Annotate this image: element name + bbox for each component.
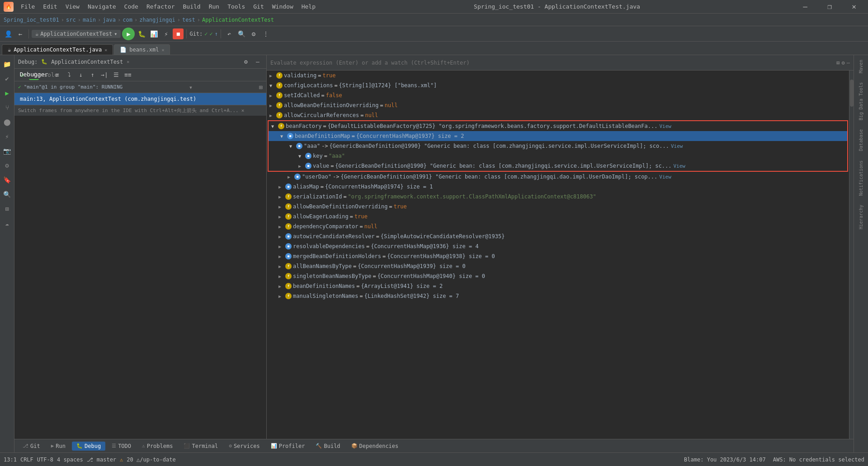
eval-settings-btn[interactable]: ⚙	[842, 60, 845, 66]
var-abdi-arrow[interactable]: ▶	[278, 204, 284, 209]
var-value-view[interactable]: View	[674, 163, 686, 169]
eval-input[interactable]	[270, 60, 835, 66]
more-button[interactable]: ⋮	[260, 28, 271, 39]
var-allbeannamesbytype[interactable]: ▶ f allBeanNamesByType = {ConcurrentHash…	[267, 261, 849, 271]
sidebar-aws-icon[interactable]: ☁	[1, 217, 14, 230]
rsb-database-label[interactable]: Database	[858, 127, 864, 154]
tab-close-beansxml[interactable]: ✕	[161, 47, 164, 52]
menu-refactor[interactable]: Refactor	[143, 2, 179, 11]
var-bdm-arrow[interactable]: ▼	[280, 134, 286, 139]
var-msn-arrow[interactable]: ▶	[278, 294, 284, 299]
run-button[interactable]: ▶	[122, 28, 135, 40]
bottom-tab-build[interactable]: 🔨 Build	[311, 442, 344, 451]
breadcrumb-src[interactable]: src	[66, 17, 76, 23]
var-value-arrow[interactable]: ▶	[298, 164, 304, 169]
debug-evaluate[interactable]: ☰	[111, 70, 121, 80]
eval-close-btn[interactable]: —	[847, 60, 850, 66]
var-ael-arrow[interactable]: ▶	[278, 214, 284, 219]
menu-navigate[interactable]: Navigate	[84, 2, 120, 11]
var-abnbt-arrow[interactable]: ▶	[278, 264, 284, 269]
debug-msg-close[interactable]: ✕	[241, 108, 245, 113]
search-button[interactable]: 🔍	[236, 28, 247, 39]
bottom-tab-todo[interactable]: ☰ TODO	[107, 442, 136, 451]
forward-button[interactable]: ←	[15, 28, 26, 39]
tab-applicationcontexttest[interactable]: ☕ ApplicationContextTest.java ✕	[2, 44, 113, 55]
breadcrumb-zhangjingqi[interactable]: zhangjingqi	[139, 17, 175, 23]
breadcrumb-active-file[interactable]: ApplicationContextTest	[202, 17, 274, 23]
var-serid-arrow[interactable]: ▶	[278, 194, 284, 199]
menu-run[interactable]: Run	[205, 2, 223, 11]
var-rd-arrow[interactable]: ▶	[278, 244, 284, 249]
profile-button[interactable]: ⚡	[160, 28, 171, 39]
menu-file[interactable]: File	[17, 2, 38, 11]
var-aaa-entry[interactable]: ▼ ■ "aaa" -> {GenericBeanDefinition@1990…	[269, 141, 847, 151]
debug-minimize-btn[interactable]: —	[253, 57, 263, 67]
git-push-icon[interactable]: ↑	[215, 31, 218, 37]
var-abd-arrow[interactable]: ▶	[269, 103, 275, 108]
var-bf-view[interactable]: View	[659, 123, 671, 129]
var-mbdh-arrow[interactable]: ▶	[278, 254, 284, 259]
sidebar-camera-icon[interactable]: 📷	[1, 145, 14, 157]
var-serializationid[interactable]: ▶ f serializationId = "org.springframewo…	[267, 192, 849, 202]
var-validating[interactable]: ▶ f validating = true	[267, 71, 849, 80]
rsb-notifications-label[interactable]: Notifications	[858, 158, 864, 198]
bottom-tab-debug[interactable]: 🐛 Debug	[72, 442, 105, 451]
sidebar-bookmarks-icon[interactable]: 🔖	[1, 174, 14, 186]
var-resolvabledeps[interactable]: ▶ ■ resolvableDependencies = {Concurrent…	[267, 241, 849, 251]
status-branch[interactable]: master	[97, 457, 116, 463]
var-aliasmap[interactable]: ▶ ■ aliasMap = {ConcurrentHashMap@1974} …	[267, 182, 849, 192]
bottom-tab-terminal[interactable]: ⬛ Terminal	[179, 442, 222, 451]
bottom-tab-git[interactable]: ⎇ Git	[18, 442, 45, 451]
breadcrumb-com[interactable]: com	[123, 17, 132, 23]
bottom-tab-profiler[interactable]: 📊 Profiler	[266, 442, 310, 451]
var-manualsingletonnames[interactable]: ▶ f manualSingletonNames = {LinkedHashSe…	[267, 291, 849, 301]
var-aaa-view[interactable]: View	[671, 143, 683, 149]
sidebar-search-icon[interactable]: 🔍	[1, 188, 14, 201]
debug-btn-bars[interactable]: ≡	[52, 70, 62, 80]
menu-build[interactable]: Build	[179, 2, 204, 11]
debug-tab-name[interactable]: ApplicationContextTest	[51, 59, 123, 65]
var-configlocations[interactable]: ▼ f configLocations = {String[1]@1724} […	[267, 80, 849, 90]
var-value-gbd[interactable]: ▶ ■ value = {GenericBeanDefinition@1990}…	[269, 161, 847, 171]
debug-step-into[interactable]: ↓	[76, 70, 86, 80]
var-key-arrow[interactable]: ▼	[298, 154, 304, 159]
var-allowcircularreferences[interactable]: ▶ f allowCircularReferences = null	[267, 110, 849, 120]
var-autowireresolver[interactable]: ▶ ■ autowireCandidateResolver = {SimpleA…	[267, 231, 849, 241]
debug-tab-console[interactable]: Console	[41, 70, 51, 80]
menu-window[interactable]: Window	[269, 2, 297, 11]
menu-edit[interactable]: Edit	[39, 2, 61, 11]
var-beandefinitionmap[interactable]: ▼ ■ beanDefinitionMap = {ConcurrentHashM…	[269, 131, 847, 141]
eval-expand-btn[interactable]: ⊞	[836, 60, 840, 66]
rsb-bigdata-label[interactable]: Big Data Tools	[858, 80, 864, 123]
minimize-button[interactable]: —	[795, 0, 816, 14]
var-acr2-arrow[interactable]: ▶	[278, 234, 284, 239]
bottom-tab-services[interactable]: ⚙ Services	[224, 442, 264, 451]
debug-run-to-cursor[interactable]: →|	[99, 70, 109, 80]
menu-view[interactable]: View	[62, 2, 83, 11]
var-userdao[interactable]: ▶ ■ "userDao" -> {GenericBeanDefinition@…	[267, 172, 849, 182]
stop-button[interactable]: ■	[173, 28, 184, 39]
status-indent[interactable]: 4 spaces	[57, 457, 83, 463]
rsb-hierarchy-label[interactable]: Hierarchy	[858, 202, 864, 232]
maximize-button[interactable]: ❐	[819, 0, 840, 14]
stack-frame-active[interactable]: main:13, ApplicationContextTest (com.zha…	[14, 93, 266, 105]
debug-tab-close[interactable]: ✕	[127, 59, 129, 64]
bottom-tab-problems[interactable]: ⚠ Problems	[137, 442, 177, 451]
bottom-tab-run[interactable]: ▶ Run	[47, 442, 70, 451]
sidebar-commit-icon[interactable]: ✔	[1, 72, 14, 85]
coverage-button[interactable]: 📊	[148, 28, 159, 39]
var-bdn-arrow[interactable]: ▶	[278, 284, 284, 289]
var-configlocations-arrow[interactable]: ▼	[269, 83, 275, 88]
close-button[interactable]: ✕	[844, 0, 864, 14]
var-userdao-view[interactable]: View	[659, 174, 671, 180]
settings-button[interactable]: ⚙	[248, 28, 259, 39]
var-userdao-arrow[interactable]: ▶	[288, 174, 293, 179]
filter-expand[interactable]: ⊞	[259, 84, 263, 91]
var-mergedbdh[interactable]: ▶ ■ mergedBeanDefinitionHolders = {Concu…	[267, 251, 849, 261]
sidebar-run-debug-icon[interactable]: ▶	[1, 87, 14, 99]
vars-scrollbar[interactable]	[849, 71, 854, 439]
var-aliasmap-arrow[interactable]: ▶	[278, 184, 284, 189]
rsb-maven-label[interactable]: Maven	[858, 57, 864, 76]
sidebar-breakpoints-icon[interactable]: ⬤	[1, 116, 14, 128]
bottom-tab-dependencies[interactable]: 📦 Dependencies	[347, 442, 403, 451]
